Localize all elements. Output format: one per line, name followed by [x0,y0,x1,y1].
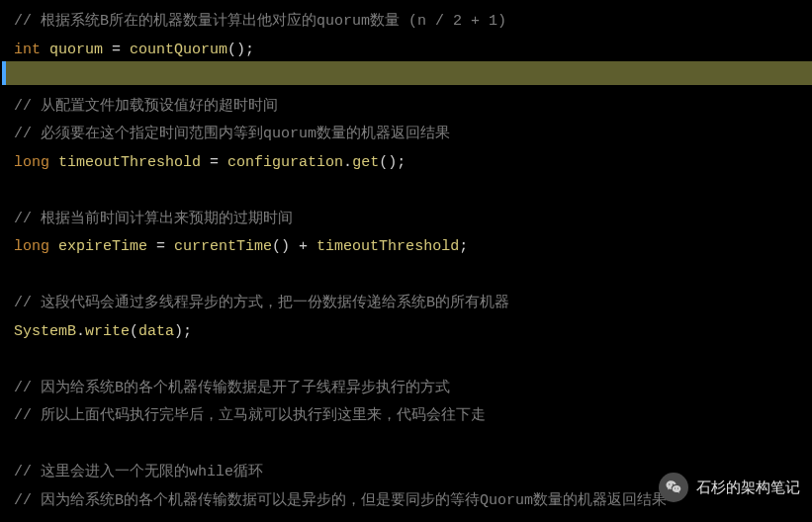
comment: // 必须要在这个指定时间范围内等到quorum数量的机器返回结果 [14,126,450,142]
operator: () + [272,238,316,255]
code-line: SystemB.write(data); [14,318,798,347]
code-line: // 从配置文件加载预设值好的超时时间 [14,93,798,122]
code-content: // 根据系统B所在的机器数量计算出他对应的quorum数量 (n / 2 + … [14,8,798,515]
function-call: countQuorum [130,42,227,58]
code-line: // 根据系统B所在的机器数量计算出他对应的quorum数量 (n / 2 + … [14,8,798,37]
punctuation: (); [227,42,254,58]
keyword-int: int [14,42,41,58]
identifier: SystemB [14,323,76,340]
comment: // 这段代码会通过多线程异步的方式，把一份数据传递给系统B的所有机器 [14,295,509,311]
code-line: // 因为给系统B的各个机器传输数据是开了子线程异步执行的方式 [14,375,798,403]
operator: = [103,42,130,58]
identifier: timeoutThreshold [316,238,459,255]
code-line-blank [14,177,798,206]
keyword-long: long [14,154,49,171]
punctuation: (); [379,154,406,171]
identifier: quorum [49,42,103,58]
operator: = [147,238,174,255]
punctuation: . [76,323,85,340]
function-call: get [352,154,379,171]
code-line: // 所以上面代码执行完毕后，立马就可以执行到这里来，代码会往下走 [14,402,798,431]
keyword-long: long [14,238,49,255]
function-call: currentTime [174,238,272,255]
operator: = [201,154,227,171]
comment: // 从配置文件加载预设值好的超时时间 [14,98,278,115]
punctuation: ; [459,238,468,255]
identifier: expireTime [58,238,147,255]
code-line-blank [14,262,798,291]
code-line-blank [14,346,798,375]
comment: // 根据系统B所在的机器数量计算出他对应的quorum数量 (n / 2 + … [14,13,506,30]
comment: // 因为给系统B的各个机器传输数据是开了子线程异步执行的方式 [14,380,450,396]
code-line: // 必须要在这个指定时间范围内等到quorum数量的机器返回结果 [14,121,798,149]
comment: // 因为给系统B的各个机器传输数据可以是异步的，但是要同步的等待Quorum数… [14,492,667,509]
punctuation: . [343,154,352,171]
punctuation: ); [174,323,192,340]
watermark-text: 石杉的架构笔记 [696,474,800,502]
code-line: long expireTime = currentTime() + timeou… [14,233,798,262]
code-line: // 这段代码会通过多线程异步的方式，把一份数据传递给系统B的所有机器 [14,290,798,318]
punctuation: ( [130,323,138,340]
code-line: // 根据当前时间计算出来预期的过期时间 [14,206,798,234]
comment: // 这里会进入一个无限的while循环 [14,464,263,480]
code-editor: // 根据系统B所在的机器数量计算出他对应的quorum数量 (n / 2 + … [0,0,812,522]
identifier: configuration [227,154,343,171]
identifier: data [138,323,174,340]
identifier: timeoutThreshold [58,154,201,171]
wechat-icon [659,473,688,502]
code-line: int quorum = countQuorum(); [14,37,798,65]
comment: // 根据当前时间计算出来预期的过期时间 [14,211,293,227]
code-line-blank [14,431,798,460]
watermark-badge: 石杉的架构笔记 [659,473,800,502]
code-line: long timeoutThreshold = configuration.ge… [14,149,798,178]
comment: // 所以上面代码执行完毕后，立马就可以执行到这里来，代码会往下走 [14,407,486,424]
code-line-blank [14,64,798,93]
function-call: write [85,323,130,340]
